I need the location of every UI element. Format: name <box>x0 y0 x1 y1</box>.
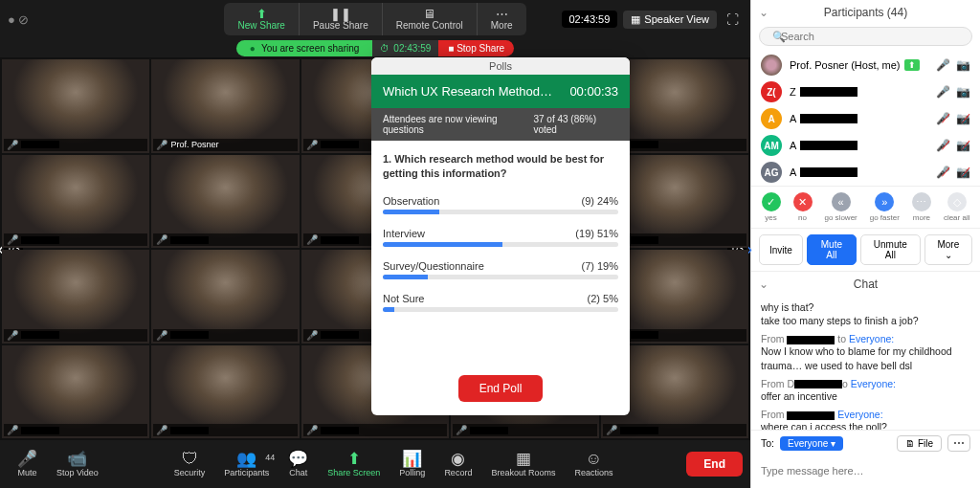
video-off-icon: 📷̸ <box>956 166 970 179</box>
chat-to-label: To: <box>761 437 774 449</box>
poll-titlebar: Polls <box>371 57 630 75</box>
feedback-go-faster[interactable]: »go faster <box>870 192 900 222</box>
mic-icon: 🎤 <box>17 451 37 469</box>
participants-more-button[interactable]: More ⌄ <box>924 234 972 265</box>
mic-icon: 🎤 <box>936 58 950 72</box>
mic-muted-icon: 🎤 <box>7 234 18 245</box>
poll-window: Polls Which UX Research Method W… 00:00:… <box>371 57 630 415</box>
mic-muted-icon: 🎤 <box>456 425 467 435</box>
bottom-toolbar: 🎤Mute 📹Stop Video 🛡Security 44👥Participa… <box>0 440 750 488</box>
participant-name: A <box>790 140 796 151</box>
end-poll-button[interactable]: End Poll <box>458 375 544 402</box>
video-tile[interactable]: 🎤 <box>2 345 149 439</box>
mute-button[interactable]: 🎤Mute <box>8 451 47 478</box>
remote-icon: 🖥 <box>423 8 435 20</box>
video-tile[interactable]: 🎤Prof. Posner <box>151 59 299 153</box>
chat-to-selector[interactable]: Everyone ▾ <box>780 436 843 451</box>
mic-muted-icon: 🎤 <box>7 425 18 435</box>
reactions-button[interactable]: ☺Reactions <box>565 451 622 478</box>
participant-search: 🔍 <box>759 27 972 46</box>
participant-row[interactable]: AMA🎤̸📷̸ <box>751 132 980 159</box>
camera-icon: 📹 <box>67 451 87 469</box>
feedback-label: yes <box>762 213 781 222</box>
participant-row[interactable]: AGA🎤̸📷̸ <box>751 159 980 186</box>
feedback-no[interactable]: ✕no <box>793 192 813 222</box>
chat-to-row: To: Everyone ▾ 🗎File ⋯ <box>751 430 980 455</box>
remote-control-button[interactable]: 🖥Remote Control <box>383 3 478 35</box>
poll-option-label: Not Sure <box>383 293 424 304</box>
feedback-row: ✓yes✕no«go slower»go faster⋯more◇clear a… <box>751 186 980 229</box>
record-button[interactable]: ◉Record <box>434 451 481 478</box>
poll-status-left: Attendees are now viewing questions <box>383 114 533 135</box>
fullscreen-button[interactable]: ⛶ <box>723 12 743 27</box>
feedback-yes[interactable]: ✓yes <box>762 192 781 222</box>
host-badge: ⬆ <box>904 59 920 71</box>
feedback-clear-all[interactable]: ◇clear all <box>944 192 970 222</box>
poll-option: Not Sure(2) 5% <box>383 293 618 312</box>
share-screen-button[interactable]: ⬆Share Screen <box>318 451 390 478</box>
polling-button[interactable]: 📊Polling <box>390 451 434 478</box>
chat-message-text: Now I know who to blame for my childhood… <box>761 344 970 371</box>
share-icon: ⬆ <box>347 451 361 469</box>
side-panel: ⌄ Participants (44) 🔍 Prof. Posner (Host… <box>750 0 980 488</box>
video-tile[interactable]: 🎤 <box>151 345 299 439</box>
mic-muted-icon: 🎤 <box>606 425 617 435</box>
unmute-all-button[interactable]: Unmute All <box>860 234 921 265</box>
chevron-down-icon[interactable]: ⌄ <box>759 277 768 291</box>
participant-row[interactable]: Prof. Posner (Host, me) ⬆🎤📷 <box>751 52 980 78</box>
chat-message-text: take too many steps to finish a job? <box>761 314 970 327</box>
chevron-down-icon[interactable]: ⌄ <box>759 6 768 19</box>
mic-muted-icon: 🎤 <box>156 425 167 435</box>
participants-button[interactable]: 44👥Participants <box>214 451 278 478</box>
video-tile[interactable]: 🎤 <box>2 250 149 344</box>
invite-button[interactable]: Invite <box>759 234 803 265</box>
breakout-button[interactable]: ▦Breakout Rooms <box>481 451 565 478</box>
video-tile[interactable]: 🎤 <box>151 155 299 249</box>
end-meeting-button[interactable]: End <box>686 452 743 477</box>
feedback-label: go faster <box>870 213 900 222</box>
feedback-label: go slower <box>825 213 858 222</box>
feedback-more[interactable]: ⋯more <box>912 192 931 222</box>
feedback-go-slower[interactable]: «go slower <box>825 192 858 222</box>
video-tile[interactable]: 🎤 <box>2 155 149 249</box>
participant-name: Prof. Posner (Host, me) <box>790 59 901 71</box>
poll-option-label: Observation <box>383 195 439 207</box>
chat-input[interactable] <box>761 465 970 477</box>
security-button[interactable]: 🛡Security <box>165 451 215 478</box>
share-banner: ●You are screen sharing ⏱02:43:59 ■ Stop… <box>0 38 750 57</box>
participants-count-badge: 44 <box>265 453 275 462</box>
participant-name: A <box>790 113 796 124</box>
chat-message-text: why is that? <box>761 300 970 314</box>
share-banner-timer: ⏱02:43:59 <box>372 40 438 56</box>
record-icon: ◉ <box>451 451 465 469</box>
new-share-button[interactable]: ⬆New Share <box>224 3 299 35</box>
mic-muted-icon: 🎤̸ <box>936 139 950 152</box>
stop-share-button[interactable]: ■ Stop Share <box>438 40 514 56</box>
chat-from-line: From to Everyone: <box>761 333 970 344</box>
stop-video-button[interactable]: 📹Stop Video <box>47 451 108 478</box>
chat-file-button[interactable]: 🗎File <box>897 435 942 452</box>
participant-search-input[interactable] <box>759 27 972 46</box>
grid-icon: ▦ <box>631 13 640 26</box>
poll-option-pct: (19) 51% <box>575 228 618 239</box>
participant-row[interactable]: AA🎤̸📷̸ <box>751 105 980 132</box>
poll-option: Survey/Questionnaire(7) 19% <box>383 260 618 279</box>
participant-actions: Invite Mute All Unmute All More ⌄ <box>751 229 980 271</box>
participant-name: Z <box>790 86 796 98</box>
clock-icon: ⏱ <box>380 43 390 54</box>
feedback-label: clear all <box>944 213 970 222</box>
video-tile[interactable]: 🎤 <box>2 59 149 153</box>
mic-muted-icon: 🎤 <box>156 140 167 150</box>
chat-icon: 💬 <box>288 451 308 469</box>
video-tile[interactable]: 🎤 <box>151 250 299 344</box>
chat-more-button[interactable]: ⋯ <box>947 434 970 452</box>
mic-muted-icon: 🎤 <box>156 330 167 341</box>
pause-share-button[interactable]: ❚❚Pause Share <box>300 3 383 35</box>
participant-name: A <box>790 166 796 178</box>
mute-all-button[interactable]: Mute All <box>807 234 857 265</box>
participant-row[interactable]: Z(Z🎤📷 <box>751 78 980 105</box>
share-more-button[interactable]: ⋯More <box>478 3 526 35</box>
speaker-view-button[interactable]: ▦Speaker View <box>623 11 717 29</box>
chat-button[interactable]: 💬Chat <box>278 451 318 478</box>
share-banner-msg: ●You are screen sharing <box>236 40 373 56</box>
